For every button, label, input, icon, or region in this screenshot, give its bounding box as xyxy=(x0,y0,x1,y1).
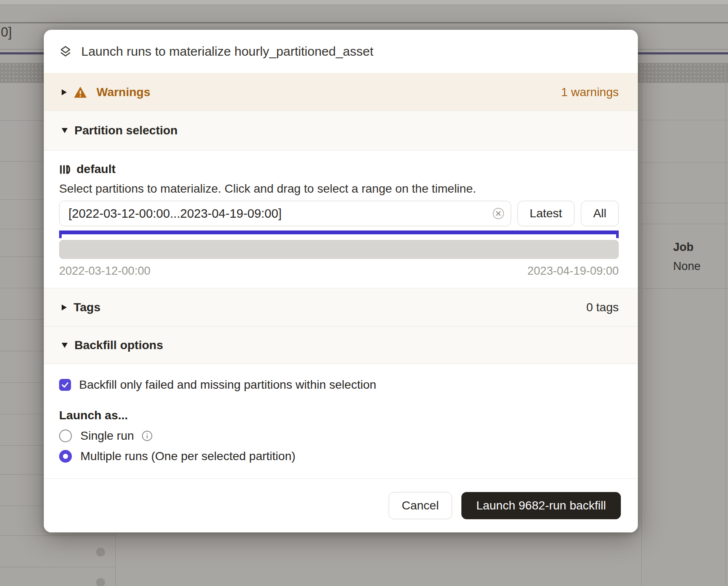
bg-row-line xyxy=(638,82,728,82)
launch-backfill-dialog: Launch runs to materialize hourly_partit… xyxy=(44,30,638,532)
launch-as-label: Launch as... xyxy=(59,409,619,422)
launch-backfill-button[interactable]: Launch 9682-run backfill xyxy=(461,492,621,519)
bg-row-line xyxy=(638,120,728,120)
partition-dimension-row: default xyxy=(59,162,619,176)
dialog-header: Launch runs to materialize hourly_partit… xyxy=(44,30,638,73)
bg-row-line xyxy=(0,161,44,162)
chevron-down-icon[interactable] xyxy=(62,128,68,133)
bg-row-line xyxy=(0,120,44,121)
all-button[interactable]: All xyxy=(581,201,619,226)
warning-triangle-icon xyxy=(74,86,87,99)
bg-column-divider xyxy=(115,532,116,586)
partition-selection-description: Select partitions to materialize. Click … xyxy=(59,182,619,196)
bg-row-line xyxy=(0,199,44,200)
radio-unselected-icon[interactable] xyxy=(59,430,72,442)
bg-row-line xyxy=(641,288,728,289)
info-icon[interactable] xyxy=(142,430,153,441)
bg-partial-input-text: 0] xyxy=(1,25,12,40)
radio-selected-icon[interactable] xyxy=(59,450,72,463)
bg-row-line xyxy=(0,382,44,383)
bg-job-column-value: None xyxy=(673,260,701,273)
bg-row-line xyxy=(641,224,728,224)
single-run-label: Single run xyxy=(80,429,134,443)
tags-label: Tags xyxy=(74,301,100,314)
timeline-range-labels: 2022-03-12-00:00 2023-04-19-09:00 xyxy=(59,265,619,278)
range-end-label: 2023-04-19-09:00 xyxy=(527,265,619,278)
selection-range-bracket xyxy=(59,230,619,238)
backfill-checkbox-label: Backfill only failed and missing partiti… xyxy=(79,378,376,392)
partition-selection-section-header[interactable]: Partition selection xyxy=(44,111,638,150)
clear-selection-icon[interactable] xyxy=(492,208,504,219)
bg-row-line xyxy=(0,229,44,229)
partition-range-input[interactable] xyxy=(59,201,511,226)
chevron-right-icon[interactable] xyxy=(62,89,67,95)
backfill-options-label: Backfill options xyxy=(74,339,163,352)
partition-icon xyxy=(59,164,71,175)
tags-section-header[interactable]: Tags 0 tags xyxy=(44,288,638,326)
cancel-button[interactable]: Cancel xyxy=(389,492,452,519)
bg-row-line xyxy=(0,288,44,288)
dialog-title: Launch runs to materialize hourly_partit… xyxy=(81,44,373,59)
partition-dimension-name: default xyxy=(77,162,116,176)
bg-row-line xyxy=(0,506,44,506)
chevron-down-icon[interactable] xyxy=(62,343,68,348)
bg-divider xyxy=(0,22,728,23)
latest-button[interactable]: Latest xyxy=(518,201,574,226)
bg-job-column-header: Job xyxy=(673,241,694,254)
backfill-options-section-header[interactable]: Backfill options xyxy=(44,326,638,364)
warnings-section-header[interactable]: Warnings 1 warnings xyxy=(44,73,638,111)
backfill-options-body: Backfill only failed and missing partiti… xyxy=(44,364,638,478)
bg-row-line xyxy=(0,535,115,536)
bg-row-line xyxy=(0,414,44,414)
bg-row-line xyxy=(638,203,728,203)
single-run-radio-row[interactable]: Single run xyxy=(59,429,619,443)
screen: 0] Job None Launch runs xyxy=(0,0,728,586)
multiple-runs-label: Multiple runs (One per selected partitio… xyxy=(80,449,296,463)
bg-row-line xyxy=(0,445,44,446)
tags-count: 0 tags xyxy=(586,301,619,314)
bg-column-divider xyxy=(641,63,642,586)
bg-row-line xyxy=(0,474,44,475)
bg-column-divider xyxy=(725,63,726,586)
backfill-only-failed-checkbox-row[interactable]: Backfill only failed and missing partiti… xyxy=(59,378,619,392)
chevron-right-icon[interactable] xyxy=(62,304,67,310)
bg-row-line xyxy=(0,351,44,351)
partition-selection-body: default Select partitions to materialize… xyxy=(44,150,638,288)
partition-timeline[interactable] xyxy=(59,240,619,259)
checkbox-checked-icon[interactable] xyxy=(59,379,71,391)
range-start-label: 2022-03-12-00:00 xyxy=(59,265,151,278)
bg-row-line xyxy=(638,162,728,163)
warnings-count: 1 warnings xyxy=(561,85,619,99)
bg-status-dot xyxy=(96,548,105,557)
bg-row-line xyxy=(0,319,44,320)
partition-range-input-wrap xyxy=(59,201,511,226)
dialog-footer: Cancel Launch 9682-run backfill xyxy=(44,478,638,532)
bg-status-dot xyxy=(96,578,105,586)
partition-input-row: Latest All xyxy=(59,201,619,226)
bg-row-line xyxy=(0,256,44,257)
bg-row-line xyxy=(0,567,115,567)
multiple-runs-radio-row[interactable]: Multiple runs (One per selected partitio… xyxy=(59,449,619,463)
warnings-label: Warnings xyxy=(97,85,151,99)
bg-top-strip xyxy=(0,0,728,5)
materialize-layers-icon xyxy=(59,45,72,58)
partition-selection-label: Partition selection xyxy=(74,124,178,137)
